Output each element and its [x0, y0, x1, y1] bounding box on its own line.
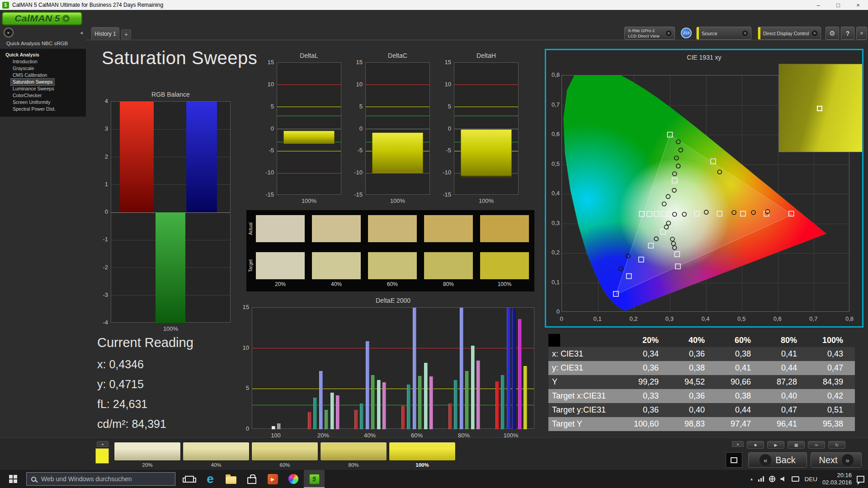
deltae-bar	[476, 361, 480, 429]
help-button[interactable]: ?	[841, 27, 854, 40]
table-corner-box	[548, 334, 560, 347]
nav-back-button[interactable]: ▸	[4, 28, 14, 38]
taskbar-clock[interactable]: 20:16 02.03.2016	[822, 472, 852, 487]
back-button[interactable]: « Back	[748, 452, 807, 468]
delta-axis-tick: 15	[346, 59, 363, 66]
warning-stripe	[697, 27, 699, 39]
table-cell: 0,41	[717, 363, 763, 373]
taskbar-media-button[interactable]: ▶	[262, 470, 283, 488]
taskbar-edge-button[interactable]: e	[200, 470, 221, 488]
sidebar-collapse-button[interactable]: ◄	[78, 29, 85, 36]
sidebar-item-saturation-sweeps[interactable]: Saturation Sweeps	[11, 79, 54, 85]
patch-col-label: 20%	[256, 281, 305, 287]
close-workflow-button[interactable]: ×	[856, 27, 867, 40]
next-button[interactable]: Next »	[811, 452, 862, 468]
settings-gear-button[interactable]: ⚙	[826, 27, 839, 40]
deltae-bar	[325, 410, 328, 429]
calman-icon: 5	[309, 474, 320, 484]
pattern-tile-100[interactable]	[389, 442, 456, 461]
search-icon	[31, 477, 36, 482]
warning-stripe	[758, 27, 760, 39]
delta-ref-line	[366, 116, 429, 116]
sidebar-item-screen-uniformity[interactable]: Screen Uniformity	[11, 99, 52, 106]
keyboard-icon[interactable]	[792, 476, 799, 482]
task-view-button[interactable]	[179, 470, 200, 488]
sidebar-item-quick-analysis[interactable]: Quick Analysis	[4, 52, 41, 58]
search-input[interactable]	[41, 475, 175, 483]
minimize-button[interactable]: –	[808, 0, 828, 10]
table-cell: 0,34	[624, 349, 670, 359]
rgb-balance-chart	[111, 101, 231, 323]
volume-icon[interactable]	[780, 476, 787, 482]
delta-axis-tick: 0	[346, 125, 363, 132]
table-cell: 0,36	[624, 363, 670, 373]
action-center-icon[interactable]	[857, 476, 864, 483]
display-control-dropdown[interactable]: Direct Display Control ▼	[758, 27, 821, 40]
rgb-axis-label: 100%	[111, 325, 231, 332]
delta-axis-label: 100%	[365, 197, 430, 204]
patch-swatch	[256, 215, 305, 242]
system-tray: ▲ DEU 20:16 02.03.2016	[750, 470, 868, 488]
tab-add-button[interactable]: +	[121, 29, 131, 39]
stop-button[interactable]: ■	[747, 441, 764, 449]
meter-count-badge[interactable]: 218	[681, 28, 692, 38]
sidebar-item-colorchecker[interactable]: ColorChecker	[11, 92, 43, 99]
swatch-expand-button[interactable]: ▲	[97, 441, 108, 447]
deltae-bar	[460, 308, 463, 429]
tray-expand-icon[interactable]: ▲	[750, 477, 753, 481]
deltae-bar	[495, 381, 499, 429]
deltae-axis-tick: 40%	[356, 432, 383, 439]
taskbar-search[interactable]	[26, 472, 175, 486]
taskbar-color-app-button[interactable]	[283, 470, 304, 488]
taskbar-file-explorer-button[interactable]	[221, 470, 241, 488]
network-icon[interactable]	[758, 476, 764, 482]
globe-icon[interactable]	[769, 476, 775, 482]
taskbar-calman-button[interactable]: 5	[304, 470, 325, 488]
sidebar-item-introduction[interactable]: Introduction	[11, 58, 39, 65]
deltae-axis-tick: 15	[233, 304, 249, 310]
rgb-bar-blue	[186, 102, 217, 212]
pattern-tile-40[interactable]	[183, 442, 250, 461]
deltae-axis-tick: 100	[262, 432, 289, 439]
table-row-label: y: CIE31	[548, 363, 624, 373]
start-button[interactable]	[0, 470, 26, 488]
delta-axis-tick: 5	[258, 103, 274, 110]
sidebar-item-grayscale[interactable]: Grayscale	[11, 65, 36, 72]
taskbar-store-button[interactable]	[241, 470, 262, 488]
sidebar-item-spectral-power-dist-[interactable]: Spectral Power Dist.	[11, 106, 57, 113]
sidebar-item-luminance-sweeps[interactable]: Luminance Sweeps	[11, 85, 56, 92]
maximize-button[interactable]: □	[828, 0, 848, 10]
table-row-label: Target x:CIE31	[548, 391, 624, 401]
pattern-tile-20[interactable]	[114, 442, 181, 461]
deltae-bar	[313, 398, 317, 429]
refresh-button[interactable]: ↻	[828, 441, 845, 449]
tab-history-1[interactable]: History 1	[91, 27, 119, 40]
pattern-window-button[interactable]	[726, 452, 742, 468]
rgb-axis-tick: 2	[92, 153, 108, 160]
delta-axis-tick: 15	[258, 59, 274, 66]
calman-logo[interactable]: CalMAN 5 ▼	[2, 12, 82, 25]
loop-button[interactable]: ∞	[808, 441, 825, 449]
close-button[interactable]: ×	[848, 0, 868, 10]
patch-swatch	[368, 252, 417, 279]
rgb-axis-tick: -4	[92, 319, 108, 326]
table-cell: 0,41	[763, 349, 809, 359]
source-dropdown[interactable]: Source ▼	[696, 27, 751, 40]
pattern-tile-80[interactable]	[320, 442, 387, 461]
transport-expand-button[interactable]: ▲	[732, 441, 744, 447]
sidebar-item-cms-calibration[interactable]: CMS Calibration	[11, 72, 49, 79]
cie-axis-tick: 0,7	[546, 101, 560, 108]
deltae-bar	[501, 375, 505, 429]
language-indicator[interactable]: DEU	[804, 476, 817, 483]
meter-dropdown[interactable]: X-Rite i1Pro 2 LCD Direct View ▼	[624, 27, 675, 40]
delta-gridline	[366, 129, 429, 129]
task-view-icon	[185, 476, 194, 483]
deltae-bar	[512, 309, 516, 429]
play-button[interactable]: ▶	[767, 441, 784, 449]
pattern-button[interactable]: ▦	[788, 441, 805, 449]
delta-axis-tick: -10	[258, 169, 274, 176]
delta-ref-line	[277, 173, 341, 174]
deltae-bar	[454, 380, 458, 429]
pattern-tile-60[interactable]	[251, 442, 318, 461]
deltae-bar	[518, 319, 522, 429]
